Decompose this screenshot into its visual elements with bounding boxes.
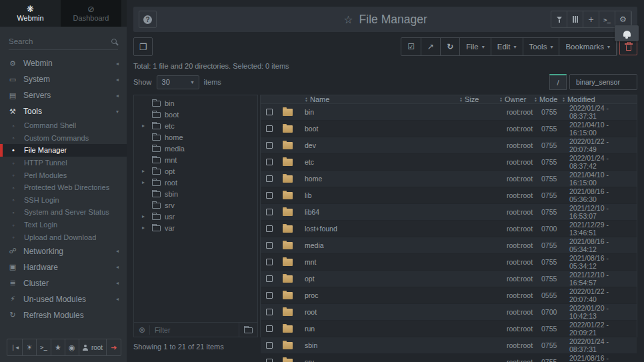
table-row[interactable]: boot root:root 0755 2021/04/10 - 16:15:0… [261, 121, 637, 137]
tree-item[interactable]: ▸ var [134, 222, 257, 233]
row-checkbox[interactable] [266, 325, 273, 332]
sidebar-menu-item[interactable]: File Manager [0, 144, 127, 157]
row-checkbox[interactable] [266, 225, 273, 232]
row-checkbox[interactable] [266, 259, 273, 265]
sidebar-menu-item[interactable]: HTTP Tunnel [0, 157, 127, 169]
sidebar-menu-item[interactable]: Hardware [0, 259, 127, 275]
column-header-mode[interactable]: ▲▼Mode [534, 95, 562, 103]
expand-arrow-icon[interactable]: ▸ [142, 225, 148, 231]
table-row[interactable]: run root:root 0755 2022/01/22 - 20:09:21 [261, 321, 637, 337]
sidebar-menu-item[interactable]: Un-used Modules [0, 291, 127, 307]
toolbar-icon-button[interactable] [421, 38, 441, 55]
file-name[interactable]: bin [301, 108, 459, 116]
tree-item[interactable]: ▸ root [134, 177, 257, 188]
tree-item[interactable]: ▸ bin [134, 97, 257, 109]
row-checkbox[interactable] [266, 142, 273, 149]
file-name[interactable]: root [301, 308, 459, 316]
tree-item[interactable]: ▸ opt [134, 165, 257, 177]
toolbar-menu-button[interactable]: Edit ▾ [491, 38, 523, 55]
row-checkbox[interactable] [266, 359, 273, 362]
file-name[interactable]: opt [301, 275, 459, 283]
table-row[interactable]: mnt root:root 0755 2021/08/16 - 05:34:12 [261, 254, 637, 271]
row-checkbox[interactable] [266, 275, 273, 282]
row-checkbox[interactable] [266, 192, 273, 199]
row-checkbox[interactable] [266, 209, 273, 215]
toolbar-menu-button[interactable]: Bookmarks ▾ [559, 38, 617, 55]
clear-filter-icon[interactable] [139, 325, 145, 335]
table-row[interactable]: lib root:root 0755 2021/08/16 - 05:36:30 [261, 187, 637, 204]
sidebar-search-input[interactable] [9, 37, 111, 45]
column-header-modified[interactable]: ▲▼Modified [562, 95, 637, 103]
row-checkbox[interactable] [266, 159, 273, 165]
sidebar-menu-item[interactable]: Command Shell [0, 119, 127, 132]
sidebar-menu-item[interactable]: System [0, 71, 127, 87]
file-name[interactable]: srv [301, 358, 459, 362]
row-checkbox[interactable] [266, 292, 273, 299]
toolbar-menu-button[interactable]: Tools ▾ [523, 38, 560, 55]
row-checkbox[interactable] [266, 175, 273, 182]
sidebar-menu-item[interactable]: Tools [0, 103, 127, 119]
tab-webmin[interactable]: Webmin [0, 0, 61, 27]
palette-button[interactable]: ◉ [65, 339, 79, 355]
breadcrumb-root-button[interactable]: / [549, 74, 567, 90]
expand-arrow-icon[interactable]: ▸ [142, 123, 148, 129]
help-button[interactable]: ? [139, 11, 157, 28]
collapse-sidebar-button[interactable]: ❘◂ [7, 339, 23, 355]
toolbar-menu-button[interactable]: File ▾ [460, 38, 491, 55]
table-row[interactable]: lib64 root:root 0755 2021/12/10 - 16:53:… [261, 204, 637, 221]
tree-item[interactable]: ▸ etc [134, 120, 257, 131]
header-action-button[interactable] [599, 11, 615, 27]
header-action-button[interactable] [583, 11, 599, 27]
expand-arrow-icon[interactable]: ▸ [142, 213, 148, 219]
table-row[interactable]: dev root:root 0755 2022/01/22 - 20:07:49 [261, 137, 637, 154]
toolbar-icon-button[interactable] [441, 38, 460, 55]
file-name[interactable]: run [301, 325, 459, 333]
sidebar-menu-item[interactable]: Webmin [0, 55, 127, 71]
tree-filter-input[interactable] [149, 325, 235, 335]
file-name[interactable]: mnt [301, 258, 459, 266]
column-header-name[interactable]: ▲▼Name [301, 95, 459, 103]
tab-dashboard[interactable]: Dashboard [61, 0, 121, 27]
table-row[interactable]: media root:root 0755 2021/08/16 - 05:34:… [261, 237, 637, 254]
table-row[interactable]: home root:root 0755 2021/04/10 - 16:15:0… [261, 171, 637, 187]
file-name[interactable]: home [301, 175, 459, 183]
table-row[interactable]: lost+found root:root 0700 2021/12/29 - 1… [261, 221, 637, 237]
expand-arrow-icon[interactable]: ▸ [142, 179, 148, 185]
logout-button[interactable]: ➜ [107, 339, 121, 355]
theme-toggle-button[interactable]: ☀ [23, 339, 37, 355]
row-checkbox[interactable] [266, 125, 273, 132]
tree-item[interactable]: ▸ media [134, 143, 257, 154]
file-name[interactable]: lost+found [301, 225, 459, 233]
tree-item[interactable]: ▸ mnt [134, 154, 257, 165]
sidebar-menu-item[interactable]: Protected Web Directories [0, 181, 127, 194]
clone-tab-button[interactable] [133, 37, 153, 56]
tree-item[interactable]: ▸ usr [134, 211, 257, 222]
tree-item[interactable]: ▸ srv [134, 199, 257, 211]
terminal-button[interactable] [37, 339, 51, 355]
sidebar-menu-item[interactable]: Cluster [0, 275, 127, 291]
row-checkbox[interactable] [266, 242, 273, 249]
table-row[interactable]: opt root:root 0755 2021/12/10 - 16:54:57 [261, 271, 637, 287]
sidebar-menu-item[interactable]: System and Server Status [0, 206, 127, 219]
table-row[interactable]: etc root:root 0755 2022/01/24 - 08:37:42 [261, 154, 637, 171]
user-button[interactable]: root [79, 339, 107, 355]
file-name[interactable]: proc [301, 291, 459, 299]
tree-item[interactable]: ▸ sbin [134, 188, 257, 199]
sidebar-menu-item[interactable]: Refresh Modules [0, 307, 127, 323]
file-search-input[interactable] [569, 74, 637, 90]
sidebar-menu-item[interactable]: Networking [0, 243, 127, 259]
table-row[interactable]: proc root:root 0555 2022/01/22 - 20:07:4… [261, 287, 637, 304]
column-header-size[interactable]: ▲▼Size [459, 95, 499, 103]
sidebar-menu-item[interactable]: Upload and Download [0, 231, 127, 243]
header-action-button[interactable] [551, 11, 567, 27]
expand-arrow-icon[interactable]: ▸ [142, 168, 148, 174]
file-name[interactable]: etc [301, 158, 459, 166]
toolbar-icon-button[interactable] [401, 38, 421, 55]
tree-item[interactable]: ▸ boot [134, 109, 257, 120]
header-action-button[interactable] [567, 11, 583, 27]
row-checkbox[interactable] [266, 109, 273, 115]
favorite-star-icon[interactable]: ☆ [343, 13, 353, 26]
column-header-owner[interactable]: ▲▼Owner [499, 95, 534, 103]
favorites-button[interactable]: ★ [51, 339, 65, 355]
file-name[interactable]: boot [301, 125, 459, 133]
